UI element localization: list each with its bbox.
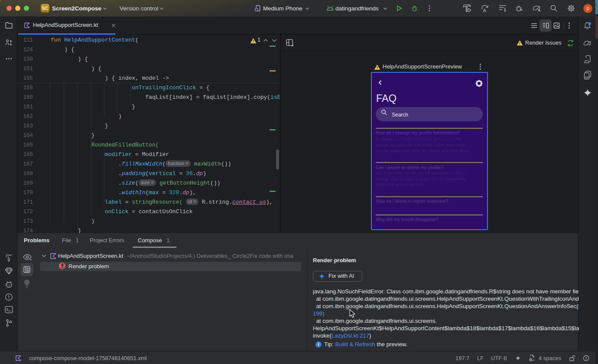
svg-text:A: A (483, 8, 487, 13)
